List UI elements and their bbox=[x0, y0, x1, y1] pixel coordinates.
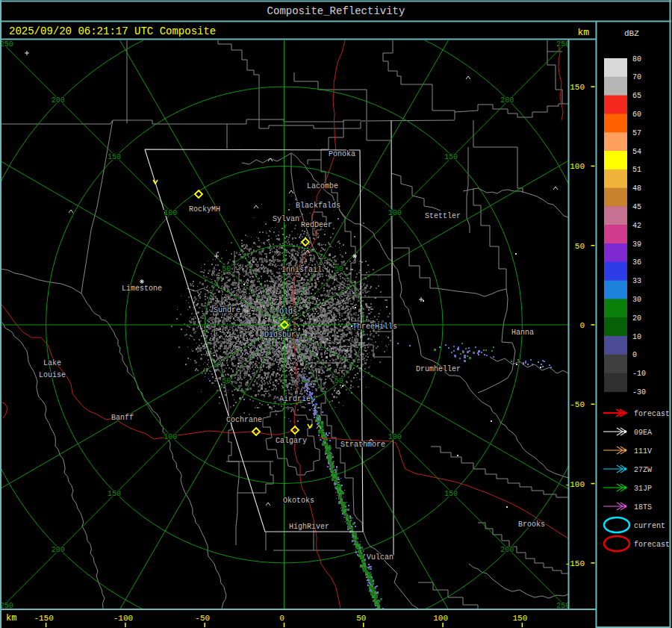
svg-text:150: 150 bbox=[444, 490, 458, 498]
svg-text:Cochrane: Cochrane bbox=[226, 416, 262, 424]
svg-text:HighRiver: HighRiver bbox=[289, 523, 329, 531]
svg-text:50: 50 bbox=[222, 377, 231, 385]
svg-text:Brooks: Brooks bbox=[518, 520, 545, 529]
svg-text:111V: 111V bbox=[634, 447, 652, 456]
svg-text:Airdrie: Airdrie bbox=[279, 395, 311, 403]
svg-text:Ponoka: Ponoka bbox=[329, 150, 355, 158]
svg-text:60: 60 bbox=[632, 111, 641, 119]
svg-text:RedDeer: RedDeer bbox=[301, 221, 332, 229]
svg-text:-50: -50 bbox=[570, 400, 585, 409]
svg-text:-30: -30 bbox=[632, 388, 646, 397]
svg-text:80: 80 bbox=[632, 55, 641, 63]
svg-text:50: 50 bbox=[335, 265, 343, 273]
svg-text:200: 200 bbox=[500, 96, 514, 105]
svg-text:Banff: Banff bbox=[111, 414, 134, 422]
svg-text:Didsbury: Didsbury bbox=[264, 331, 300, 339]
svg-text:39: 39 bbox=[632, 240, 641, 249]
svg-text:-10: -10 bbox=[632, 370, 646, 378]
svg-text:27ZW: 27ZW bbox=[634, 466, 652, 474]
svg-text:70: 70 bbox=[632, 73, 641, 81]
svg-text:250: 250 bbox=[0, 40, 13, 49]
svg-text:36: 36 bbox=[632, 258, 641, 267]
svg-text:forecast: forecast bbox=[634, 410, 670, 418]
svg-text:ThreeHills: ThreeHills bbox=[352, 323, 397, 331]
svg-text:Lake: Lake bbox=[43, 359, 61, 367]
svg-text:42: 42 bbox=[632, 222, 641, 230]
svg-text:50: 50 bbox=[575, 242, 585, 251]
svg-text:km: km bbox=[577, 27, 589, 38]
svg-text:Okotoks: Okotoks bbox=[283, 497, 314, 505]
svg-text:Limestone: Limestone bbox=[122, 285, 162, 293]
svg-text:100: 100 bbox=[164, 433, 177, 441]
svg-text:10: 10 bbox=[632, 333, 641, 341]
svg-text:54: 54 bbox=[632, 148, 641, 156]
svg-text:33: 33 bbox=[632, 277, 641, 285]
svg-text:50: 50 bbox=[222, 265, 231, 273]
svg-text:100: 100 bbox=[388, 433, 402, 441]
svg-text:Blackfalds: Blackfalds bbox=[296, 202, 340, 210]
svg-text:Hanna: Hanna bbox=[511, 329, 534, 337]
svg-text:-100: -100 bbox=[565, 480, 585, 489]
svg-text:-100: -100 bbox=[113, 614, 133, 623]
svg-text:150: 150 bbox=[444, 153, 458, 161]
svg-text:Strathmore: Strathmore bbox=[340, 441, 385, 449]
svg-text:50: 50 bbox=[356, 614, 366, 623]
svg-text:RockyMH: RockyMH bbox=[189, 205, 220, 214]
svg-text:0: 0 bbox=[632, 351, 637, 359]
svg-text:150: 150 bbox=[512, 614, 527, 623]
svg-text:150: 150 bbox=[570, 83, 585, 92]
svg-text:Louise: Louise bbox=[39, 371, 66, 379]
svg-text:50: 50 bbox=[335, 377, 343, 385]
svg-text:100: 100 bbox=[164, 209, 177, 217]
svg-text:150: 150 bbox=[108, 490, 121, 498]
svg-text:51: 51 bbox=[632, 166, 641, 174]
svg-text:km: km bbox=[6, 613, 16, 624]
svg-text:0: 0 bbox=[579, 321, 585, 330]
svg-text:Drumheller: Drumheller bbox=[416, 365, 461, 373]
svg-text:Sundre: Sundre bbox=[214, 306, 240, 314]
svg-text:100: 100 bbox=[433, 614, 448, 623]
svg-text:Vulcan: Vulcan bbox=[367, 553, 393, 562]
svg-text:Lacombe: Lacombe bbox=[307, 182, 338, 190]
svg-text:0: 0 bbox=[279, 614, 284, 623]
svg-text:forecast: forecast bbox=[634, 541, 670, 549]
svg-text:Calgary: Calgary bbox=[276, 437, 307, 445]
svg-text:Stettler: Stettler bbox=[425, 212, 461, 220]
svg-text:Olds: Olds bbox=[279, 308, 297, 316]
svg-text:65: 65 bbox=[632, 92, 641, 100]
svg-text:09EA: 09EA bbox=[634, 429, 652, 437]
svg-text:Composite_Reflectivity: Composite_Reflectivity bbox=[267, 5, 405, 17]
svg-text:current: current bbox=[634, 522, 665, 530]
svg-text:48: 48 bbox=[632, 184, 641, 193]
svg-text:Sylvan: Sylvan bbox=[273, 215, 299, 223]
svg-text:31JP: 31JP bbox=[634, 485, 652, 493]
svg-text:200: 200 bbox=[52, 546, 65, 554]
svg-text:200: 200 bbox=[52, 96, 65, 105]
svg-text:-150: -150 bbox=[565, 559, 585, 568]
svg-text:-50: -50 bbox=[195, 614, 210, 623]
svg-text:200: 200 bbox=[500, 546, 514, 554]
svg-text:20: 20 bbox=[632, 314, 641, 323]
svg-text:45: 45 bbox=[632, 203, 641, 211]
svg-text:30: 30 bbox=[632, 296, 641, 304]
svg-text:Innisfail: Innisfail bbox=[281, 266, 322, 274]
svg-text:dBZ: dBZ bbox=[624, 29, 639, 38]
svg-text:-150: -150 bbox=[34, 614, 53, 623]
svg-text:150: 150 bbox=[108, 153, 121, 161]
svg-text:100: 100 bbox=[388, 209, 402, 217]
svg-text:57: 57 bbox=[632, 129, 641, 137]
svg-text:2025/09/20 06:21:17 UTC Compos: 2025/09/20 06:21:17 UTC Composite bbox=[9, 25, 216, 37]
svg-text:18TS: 18TS bbox=[634, 503, 652, 512]
svg-text:100: 100 bbox=[570, 162, 585, 171]
